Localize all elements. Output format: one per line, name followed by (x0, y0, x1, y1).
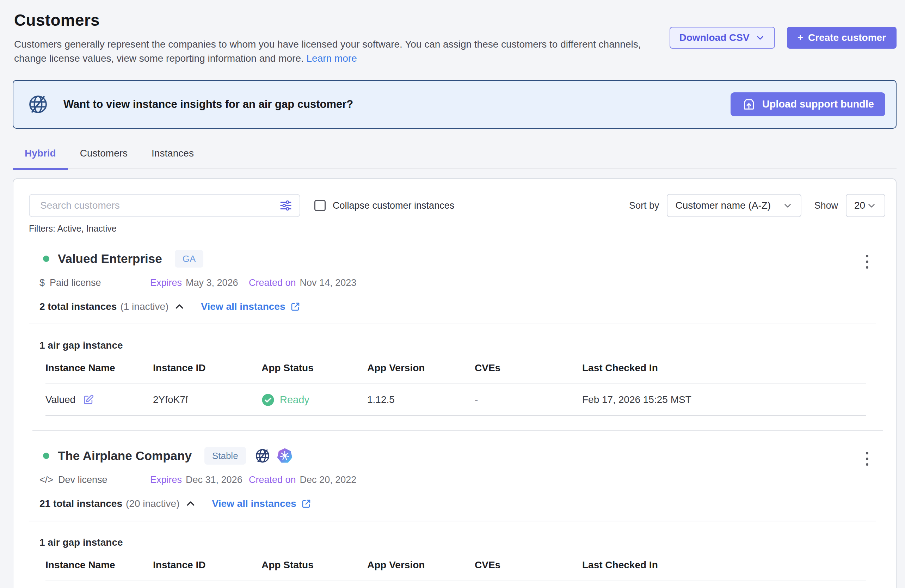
cves-cell: - (475, 394, 582, 405)
view-all-instances-link[interactable]: View all instances (212, 498, 311, 509)
channel-badge: Stable (205, 447, 246, 465)
col-instance-name: Instance Name (46, 559, 153, 571)
customer-name[interactable]: Valued Enterprise (58, 252, 162, 266)
customer-feature-icons (254, 447, 293, 464)
show-select[interactable]: 20 (846, 194, 885, 217)
section-rule (29, 521, 876, 521)
instance-id-cell: 2YfoK7f (153, 394, 262, 405)
table-row: Valued 2YfoK7f Ready 1.12.5 - Feb 17, 20… (46, 384, 866, 416)
plus-icon: + (797, 32, 803, 43)
external-link-icon (290, 301, 301, 312)
sort-by-value: Customer name (A-Z) (675, 200, 771, 211)
last-checked-in-cell: Feb 17, 2026 15:25 MST (582, 394, 866, 405)
col-last-checked-in: Last Checked In (582, 559, 866, 571)
upload-button-label: Upload support bundle (762, 99, 874, 110)
app-version-cell: 1.12.5 (367, 394, 475, 405)
instances-summary-row: 21 total instances (20 inactive) View al… (40, 498, 885, 509)
airgap-instance-heading: 1 air gap instance (40, 537, 885, 548)
collapse-instances-button[interactable] (185, 499, 196, 509)
active-filters-text: Filters: Active, Inactive (29, 224, 885, 234)
chevron-down-icon (755, 33, 765, 43)
app-status-cell: Ready (262, 393, 367, 407)
customer-section-airplane-company: The Airplane Company Stable (29, 447, 885, 581)
airgap-globe-icon (27, 94, 49, 115)
upload-bundle-icon (742, 97, 756, 111)
customer-meta-row: $ Paid license Expires May 3, 2026 Creat… (40, 277, 885, 288)
create-customer-button[interactable]: + Create customer (787, 27, 897, 49)
app-status-text: Ready (280, 394, 310, 406)
view-all-instances-link[interactable]: View all instances (201, 301, 300, 312)
collapse-instances-button[interactable] (174, 301, 185, 312)
license-type: Dev license (58, 475, 108, 485)
expires-label: Expires (150, 277, 182, 288)
search-wrap (29, 194, 300, 217)
created-pair: Created on Dec 20, 2022 (249, 475, 356, 485)
chevron-up-icon (174, 301, 185, 312)
col-cves: CVEs (475, 559, 582, 571)
edit-instance-name-button[interactable] (83, 394, 94, 406)
instance-name-cell: Valued (46, 394, 153, 406)
license-block: $ Paid license (40, 277, 150, 288)
banner-title: Want to view instance insights for an ai… (64, 98, 353, 111)
col-instance-id: Instance ID (153, 559, 262, 571)
filter-sliders-icon[interactable] (279, 199, 292, 212)
download-csv-button[interactable]: Download CSV (670, 27, 775, 49)
view-all-instances-label: View all instances (212, 498, 296, 509)
collapse-checkbox[interactable] (314, 200, 325, 211)
customer-menu-button[interactable] (863, 449, 871, 469)
sort-by-label: Sort by (629, 200, 659, 211)
col-app-status: App Status (262, 362, 367, 373)
instances-table-header: Instance Name Instance ID App Status App… (46, 559, 866, 581)
header-actions: Download CSV + Create customer (670, 27, 897, 49)
active-status-dot (43, 256, 49, 262)
col-app-version: App Version (367, 559, 475, 571)
customer-header: The Airplane Company Stable (29, 447, 885, 465)
kebab-dot (866, 255, 868, 257)
customer-section-valued-enterprise: Valued Enterprise GA $ Paid license Expi… (29, 250, 885, 431)
expires-value: Dec 31, 2026 (186, 475, 243, 485)
airgap-instance-heading: 1 air gap instance (40, 340, 885, 351)
search-input[interactable] (29, 194, 300, 217)
create-customer-label: Create customer (808, 32, 886, 43)
chevron-up-icon (185, 499, 196, 509)
created-on-value: Dec 20, 2022 (300, 475, 357, 485)
expires-value: May 3, 2026 (186, 277, 238, 288)
kebab-dot (866, 266, 868, 269)
show-value: 20 (854, 200, 865, 211)
customer-meta-row: </> Dev license Expires Dec 31, 2026 Cre… (40, 475, 885, 485)
active-status-dot (43, 453, 49, 459)
collapse-checkbox-label: Collapse customer instances (333, 200, 454, 211)
upload-support-bundle-button[interactable]: Upload support bundle (730, 92, 885, 116)
tab-instances[interactable]: Instances (140, 146, 206, 170)
customer-divider (32, 430, 883, 431)
tab-customers[interactable]: Customers (68, 146, 140, 170)
instances-table-header: Instance Name Instance ID App Status App… (46, 362, 866, 384)
customers-card: Collapse customer instances Sort by Cust… (13, 178, 897, 588)
kebab-dot (866, 463, 868, 466)
tab-bar: Hybrid Customers Instances (13, 146, 897, 170)
instances-summary-row: 2 total instances (1 inactive) View all … (40, 301, 885, 312)
download-csv-label: Download CSV (680, 32, 749, 43)
chevron-down-icon (866, 200, 877, 211)
expires-label: Expires (150, 475, 182, 485)
airgap-globe-icon (254, 448, 271, 464)
license-type: Paid license (50, 277, 101, 288)
list-controls: Collapse customer instances Sort by Cust… (29, 194, 885, 217)
customer-menu-button[interactable] (863, 252, 871, 272)
instances-table: Instance Name Instance ID App Status App… (46, 559, 866, 581)
created-on-value: Nov 14, 2023 (300, 277, 357, 288)
page-header: Customers Customers generally represent … (0, 0, 905, 66)
tab-hybrid[interactable]: Hybrid (13, 146, 68, 170)
airgap-banner: Want to view instance insights for an ai… (13, 80, 897, 129)
learn-more-link[interactable]: Learn more (306, 53, 357, 64)
expires-pair: Expires May 3, 2026 (150, 277, 249, 288)
col-app-version: App Version (367, 362, 475, 373)
sort-by-select[interactable]: Customer name (A-Z) (667, 194, 802, 217)
customer-name[interactable]: The Airplane Company (58, 449, 192, 463)
section-rule (29, 324, 876, 324)
collapse-checkbox-row: Collapse customer instances (314, 200, 454, 211)
col-instance-id: Instance ID (153, 362, 262, 373)
total-instances-text: 2 total instances (40, 301, 117, 312)
code-icon: </> (40, 475, 53, 485)
external-link-icon (301, 499, 311, 509)
